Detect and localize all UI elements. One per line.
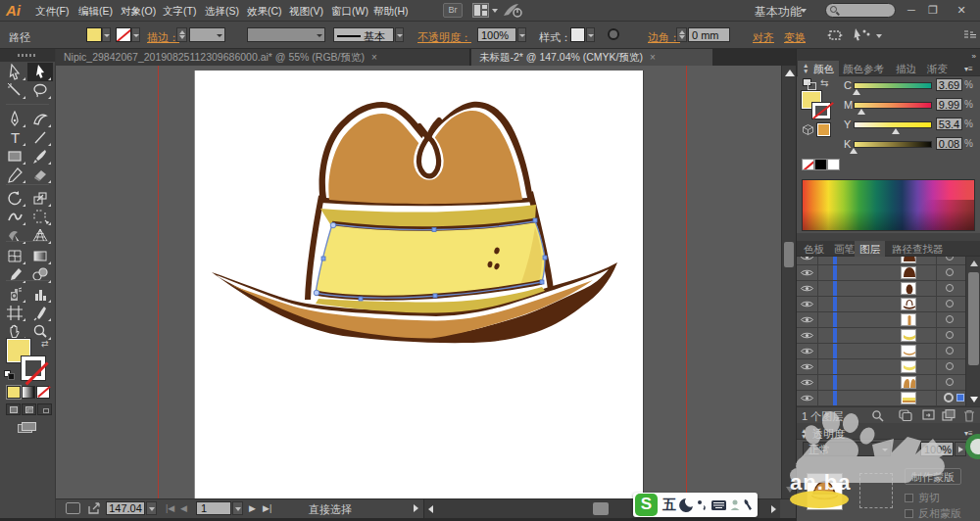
stroke-weight-dropdown[interactable] — [189, 27, 225, 42]
brush-definition-caret[interactable] — [395, 27, 404, 42]
make-mask-button[interactable]: 制作蒙版 — [905, 468, 961, 485]
tab-close-icon[interactable]: × — [650, 49, 656, 66]
slider-track-y[interactable] — [854, 121, 932, 128]
target-circle-icon[interactable] — [946, 257, 954, 260]
document-tab-active[interactable]: 未标题-2* @ 147.04% (CMYK/预览)× — [471, 49, 712, 66]
search-input[interactable] — [825, 3, 896, 18]
slider-track-k[interactable] — [854, 141, 932, 148]
tool-shape-builder[interactable] — [2, 226, 27, 245]
visibility-eye-icon[interactable] — [801, 257, 813, 261]
tool-artboard[interactable] — [2, 304, 27, 322]
target-circle-icon[interactable] — [944, 393, 954, 403]
layer-row[interactable] — [797, 359, 965, 375]
select-similar-caret[interactable] — [876, 34, 882, 38]
menu-view[interactable]: 视图(V) — [289, 5, 323, 19]
collapse-dock-icon[interactable]: » — [972, 52, 975, 61]
slider-track-c[interactable] — [854, 82, 932, 89]
ime-icons[interactable] — [678, 497, 753, 513]
opacity-caret[interactable] — [517, 27, 526, 42]
visibility-eye-icon[interactable] — [801, 268, 813, 277]
white-swatch[interactable] — [827, 159, 840, 170]
layer-thumbnail[interactable] — [901, 376, 916, 389]
layers-scroll-down-icon[interactable] — [970, 397, 978, 403]
new-layer-icon[interactable] — [942, 409, 956, 421]
out-of-gamut-cube-icon[interactable] — [803, 124, 813, 135]
slider-thumb-k[interactable] — [850, 148, 858, 154]
transform-link[interactable]: 变换 — [784, 30, 806, 45]
menu-effect[interactable]: 效果(C) — [247, 5, 282, 19]
fill-color-caret[interactable] — [102, 27, 111, 42]
layer-row[interactable] — [797, 391, 965, 406]
target-circle-icon[interactable] — [946, 347, 954, 355]
canvas-area[interactable] — [56, 66, 781, 498]
transparency-opacity-input[interactable]: 100% — [920, 442, 954, 456]
style-caret[interactable] — [586, 27, 595, 42]
arrange-documents-icon[interactable] — [472, 3, 489, 18]
color-stroke-swatch[interactable] — [812, 103, 830, 118]
horizontal-scroll-thumb[interactable] — [593, 502, 609, 515]
layer-thumbnail[interactable] — [901, 345, 916, 357]
document-tab-inactive[interactable]: Nipic_29842067_20190825112309686000.ai* … — [56, 49, 470, 66]
transparency-opacity-stepper[interactable] — [955, 442, 966, 456]
menu-object[interactable]: 对象(O) — [121, 5, 156, 19]
ime-logo[interactable]: S — [635, 494, 658, 516]
layer-row[interactable] — [797, 375, 965, 391]
menu-type[interactable]: 文字(T) — [163, 5, 196, 19]
tool-eraser[interactable] — [27, 166, 53, 184]
stroke-color-caret[interactable] — [131, 27, 140, 42]
slider-value-y[interactable]: 53.4 — [936, 118, 962, 130]
visibility-eye-icon[interactable] — [801, 362, 813, 371]
target-circle-icon[interactable] — [946, 268, 954, 276]
layer-thumbnail[interactable] — [901, 392, 916, 404]
layers-scroll-up-icon[interactable] — [970, 260, 978, 266]
layer-row[interactable] — [797, 312, 965, 328]
swap-colors-icon[interactable]: ⇆ — [820, 77, 828, 88]
tool-lasso[interactable] — [27, 81, 53, 100]
visibility-eye-icon[interactable] — [801, 284, 813, 293]
layers-scrollbar[interactable] — [965, 257, 980, 406]
clipping-mask-icon[interactable] — [899, 409, 912, 421]
tab-gradient[interactable]: 渐变 — [922, 61, 953, 76]
tool-pencil[interactable] — [2, 166, 27, 184]
tab-layers[interactable]: 图层 — [855, 241, 885, 257]
clip-checkbox[interactable] — [905, 494, 913, 502]
target-circle-icon[interactable] — [946, 300, 954, 308]
screen-mode-button[interactable] — [16, 422, 39, 435]
workspace-switcher[interactable]: 基本功能 — [755, 4, 802, 21]
stroke-swatch[interactable] — [22, 356, 45, 380]
slider-thumb-c[interactable] — [853, 89, 860, 95]
tool-mesh[interactable] — [2, 247, 27, 265]
align-link[interactable]: 对齐 — [753, 30, 774, 45]
tool-column-graph[interactable] — [27, 285, 53, 304]
invert-mask-checkbox[interactable] — [905, 509, 913, 518]
transparency-menu-icon[interactable]: ▾≡ — [964, 429, 978, 439]
layer-thumbnail[interactable] — [901, 282, 916, 295]
tab-color[interactable]: ▲▼颜色 — [798, 61, 839, 76]
slider-value-m[interactable]: 9.99 — [936, 98, 962, 111]
status-icon-1[interactable] — [66, 502, 80, 514]
layer-thumbnail[interactable] — [901, 266, 916, 279]
corner-stepper[interactable] — [676, 27, 687, 42]
layer-thumbnail[interactable] — [901, 257, 916, 263]
new-sublayer-icon[interactable] — [922, 409, 936, 421]
visibility-eye-icon[interactable] — [801, 331, 813, 340]
artboard-number-caret[interactable] — [232, 501, 243, 515]
target-circle-icon[interactable] — [946, 362, 954, 370]
opacity-input[interactable]: 100% — [477, 27, 516, 42]
tool-free-transform[interactable] — [27, 208, 53, 226]
tool-gradient[interactable] — [27, 247, 53, 265]
visibility-eye-icon[interactable] — [801, 378, 813, 387]
layer-row[interactable] — [797, 257, 965, 265]
tool-selection[interactable] — [2, 63, 27, 81]
tool-symbol-sprayer[interactable] — [2, 285, 27, 304]
color-mode-button[interactable] — [7, 386, 21, 399]
status-expand-icon[interactable] — [414, 504, 418, 512]
recolor-artwork-icon[interactable] — [608, 28, 619, 40]
vertical-scroll-thumb[interactable] — [784, 242, 794, 267]
visibility-eye-icon[interactable] — [801, 394, 813, 403]
tool-curvature[interactable] — [27, 110, 53, 128]
draw-normal-button[interactable] — [6, 403, 21, 415]
style-swatch[interactable] — [570, 27, 585, 42]
visibility-eye-icon[interactable] — [801, 347, 813, 355]
layers-scroll-thumb[interactable] — [968, 272, 979, 365]
